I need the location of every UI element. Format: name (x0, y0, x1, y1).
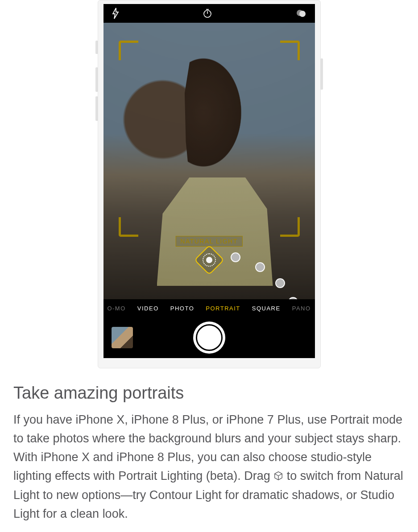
section-body: If you have iPhone X, iPhone 8 Plus, or … (13, 411, 405, 524)
last-photo-thumbnail[interactable] (112, 327, 133, 348)
section-heading: Take amazing portraits (13, 384, 405, 403)
camera-screen: NATURAL LIGHT (103, 4, 315, 358)
lighting-option-dot[interactable] (275, 278, 285, 288)
lighting-label: NATURAL LIGHT (175, 236, 242, 247)
lighting-option-dot[interactable] (255, 262, 265, 272)
cube-icon (273, 468, 283, 487)
volume-up-button (95, 67, 98, 92)
mode-video[interactable]: VIDEO (137, 305, 159, 312)
focus-corner-icon (280, 217, 300, 237)
volume-down-button (95, 96, 98, 121)
phone-frame: NATURAL LIGHT (98, 0, 321, 368)
shutter-button[interactable] (193, 322, 225, 354)
lighting-option-dot[interactable] (231, 252, 240, 262)
focus-corner-icon (119, 217, 138, 237)
mode-slomo[interactable]: O-MO (107, 305, 125, 312)
mute-switch (95, 41, 98, 54)
mode-strip[interactable]: O-MO VIDEO PHOTO PORTRAIT SQUARE PANO (103, 299, 315, 317)
mode-square[interactable]: SQUARE (252, 305, 281, 312)
shutter-inner-icon (196, 324, 223, 351)
viewfinder[interactable]: NATURAL LIGHT (103, 23, 315, 299)
lighting-options (103, 248, 315, 299)
flash-icon[interactable] (112, 8, 120, 19)
camera-bottom-bar (103, 317, 315, 358)
lighting-label-text: NATURAL LIGHT (180, 238, 237, 245)
camera-top-bar (103, 4, 315, 23)
svg-marker-0 (113, 8, 118, 19)
focus-corner-icon (119, 41, 138, 60)
mode-pano[interactable]: PANO (292, 305, 311, 312)
focus-corner-icon (280, 41, 300, 60)
focus-frame (119, 41, 300, 237)
timer-icon[interactable] (202, 8, 213, 19)
svg-point-3 (299, 11, 306, 17)
lighting-option-dot[interactable] (288, 297, 298, 299)
mode-photo[interactable]: PHOTO (170, 305, 195, 312)
mode-portrait[interactable]: PORTRAIT (206, 305, 240, 312)
side-button (320, 58, 323, 90)
filters-icon[interactable] (295, 8, 307, 19)
